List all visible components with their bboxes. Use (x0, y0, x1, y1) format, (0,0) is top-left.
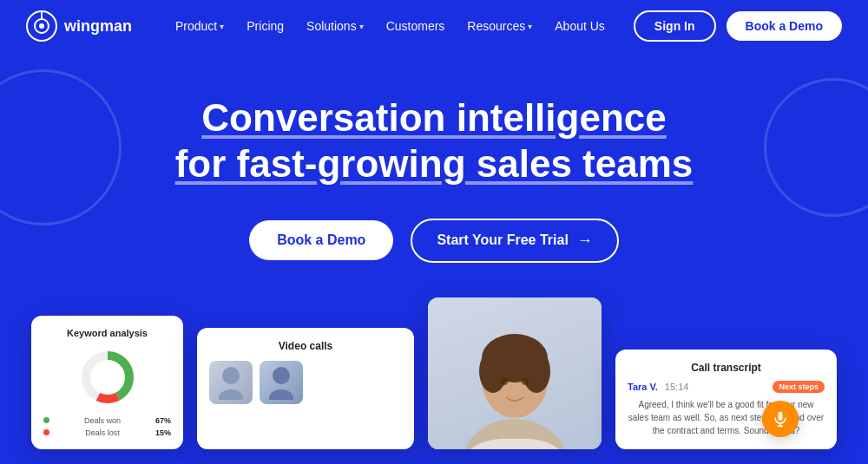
svg-point-8 (219, 389, 243, 400)
nav-item-about[interactable]: About Us (546, 14, 614, 38)
mic-icon (772, 410, 789, 428)
speaker-time: 15:14 (665, 382, 689, 392)
legend-deals-lost: Deals lost 15% (43, 428, 171, 437)
video-card-title: Video calls (209, 340, 402, 352)
svg-rect-18 (779, 411, 783, 420)
nav-actions: Sign In Book a Demo (634, 10, 842, 42)
video-avatars (209, 361, 402, 404)
svg-point-15 (523, 350, 550, 393)
signin-button[interactable]: Sign In (634, 10, 716, 42)
logo[interactable]: wingman (26, 10, 132, 42)
svg-point-14 (479, 350, 507, 393)
nav-item-customers[interactable]: Customers (378, 14, 454, 38)
transcript-speaker-row: Tara V. 15:14 Next steps (628, 381, 825, 393)
deals-lost-dot (43, 429, 49, 435)
next-steps-badge: Next steps (773, 381, 825, 393)
navbar: wingman Product ▾ Pricing Solutions ▾ Cu… (0, 0, 868, 52)
nav-item-product[interactable]: Product ▾ (167, 14, 233, 38)
transcript-card: Call transcript Tara V. 15:14 Next steps… (615, 350, 837, 449)
svg-point-7 (222, 367, 240, 384)
svg-point-10 (269, 389, 293, 400)
svg-point-17 (522, 378, 529, 385)
person-card (428, 297, 602, 449)
nav-item-solutions[interactable]: Solutions ▾ (298, 14, 372, 38)
arrow-right-icon: → (577, 232, 593, 250)
hero-section: Conversation intelligence for fast-growi… (0, 52, 868, 464)
video-avatar-2 (260, 361, 303, 404)
donut-chart (43, 347, 171, 408)
chevron-down-icon: ▾ (359, 22, 364, 31)
chevron-down-icon: ▾ (220, 22, 224, 31)
logo-text: wingman (64, 17, 132, 36)
keyword-analysis-card: Keyword analysis Deals won 67% (31, 316, 183, 449)
book-demo-button[interactable]: Book a Demo (249, 220, 393, 260)
hero-title: Conversation intelligence for fast-growi… (17, 95, 851, 187)
svg-point-9 (273, 367, 290, 384)
logo-icon (26, 10, 57, 42)
cards-section: Keyword analysis Deals won 67% (17, 297, 851, 449)
nav-item-resources[interactable]: Resources ▾ (458, 14, 541, 38)
hero-ctas: Book a Demo Start Your Free Trial → (17, 219, 851, 263)
keyword-legend: Deals won 67% Deals lost 15% (43, 416, 171, 437)
svg-point-2 (39, 23, 44, 29)
svg-point-16 (501, 378, 508, 385)
deals-won-dot (43, 417, 49, 423)
speaker-name: Tara V. (628, 382, 658, 392)
nav-links: Product ▾ Pricing Solutions ▾ Customers … (167, 14, 634, 38)
transcript-card-title: Call transcript (628, 362, 825, 374)
video-calls-card: Video calls (197, 328, 414, 449)
book-demo-nav-button[interactable]: Book a Demo (727, 11, 842, 41)
keyword-card-title: Keyword analysis (43, 328, 171, 338)
legend-deals-won: Deals won 67% (43, 416, 171, 425)
video-avatar-1 (209, 361, 253, 404)
nav-item-pricing[interactable]: Pricing (238, 14, 293, 38)
start-trial-button[interactable]: Start Your Free Trial → (411, 219, 618, 263)
chevron-down-icon: ▾ (528, 22, 532, 31)
mic-button[interactable] (762, 401, 799, 437)
